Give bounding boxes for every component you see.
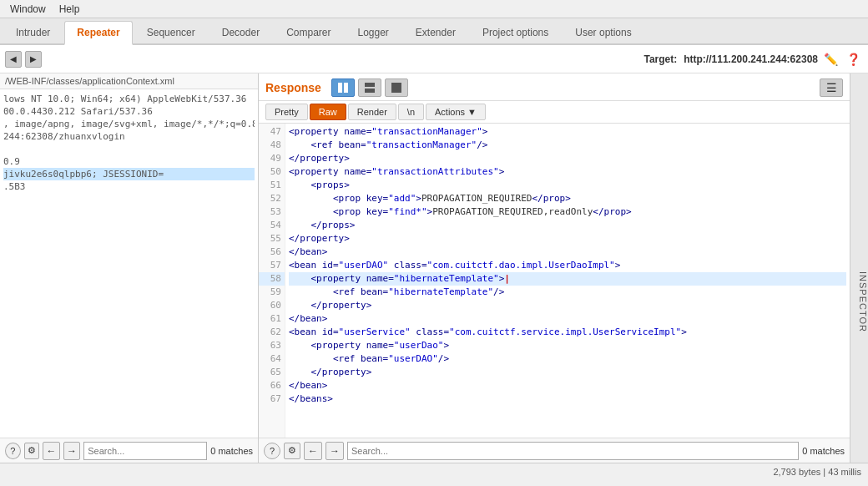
help-button[interactable]: ❓ [844,53,863,66]
left-panel: /WEB-INF/classes/applicationContext.xml … [0,73,259,463]
svg-rect-4 [391,83,401,93]
code-line: </property> [289,299,846,312]
status-bar: 2,793 bytes | 43 millis [0,463,868,479]
line-num: 60 [259,299,285,312]
code-line: <bean id="userDAO" class="com.cuitctf.da… [289,259,846,272]
tab-sequencer[interactable]: Sequencer [134,21,208,43]
inspector-toggle-button[interactable]: ☰ [820,78,843,97]
line-num: 57 [259,259,285,272]
split-view-button[interactable] [331,78,355,97]
line-num: 63 [259,339,285,352]
line-num: 67 [259,392,285,406]
line-num: 65 [259,366,285,379]
sub-tab-newline[interactable]: \n [398,104,424,120]
next-btn[interactable]: ▶ [25,51,42,68]
code-line: </bean> [289,246,846,259]
tab-repeater[interactable]: Repeater [64,21,132,45]
right-matches-count: 0 matches [802,446,845,456]
menu-help[interactable]: Help [53,2,87,17]
left-bottom-bar: ? ⚙ ← → 0 matches [0,438,258,463]
svg-rect-1 [344,83,348,93]
request-content: lows NT 10.0; Win64; x64) AppleWebKit/53… [0,89,258,438]
code-line: <props> [289,179,846,192]
code-line: </property> [289,366,846,379]
prev-result-button[interactable]: ← [304,442,322,460]
settings-gear-icon[interactable]: ⚙ [284,443,300,459]
response-title: Response [265,81,321,94]
sub-tabs: Pretty Raw Render \n Actions ▼ [259,101,850,124]
right-panel: Response ☰ Pretty Raw Render \n Actions … [259,73,850,463]
tab-comparer[interactable]: Comparer [274,21,343,43]
line-num: 55 [259,232,285,246]
request-line: lows NT 10.0; Win64; x64) AppleWebKit/53… [3,93,255,105]
edit-target-button[interactable]: ✏️ [821,53,840,66]
line-num: 58 [259,272,285,286]
search-input[interactable] [347,442,799,460]
target-url: http://111.200.241.244:62308 [684,53,818,65]
toolbar: ◀ ▶ Target: http://111.200.241.244:62308… [0,45,868,73]
tab-logger[interactable]: Logger [345,21,401,43]
code-line: <ref bean="transactionManager"/> [289,139,846,152]
svg-rect-0 [338,83,342,93]
filepath: /WEB-INF/classes/applicationContext.xml [0,73,258,89]
prev-match-button[interactable]: ← [43,442,59,460]
left-matches-count: 0 matches [210,446,253,456]
help-circle-icon[interactable]: ? [5,443,21,459]
actions-dropdown-button[interactable]: Actions ▼ [426,104,486,120]
single-view-button[interactable] [385,78,408,97]
code-area: 47 48 49 50 51 52 53 54 55 56 57 58 59 6… [259,124,850,438]
sub-tab-render[interactable]: Render [348,104,396,120]
code-lines: <property name="transactionManager"> <re… [285,124,850,438]
left-search-input[interactable] [83,442,207,460]
line-num: 47 [259,125,285,139]
request-line-highlight: jivku2e6s0qlpbp6; JSESSIONID= [3,168,255,180]
code-line: </bean> [289,379,846,392]
prev-btn[interactable]: ◀ [5,51,22,68]
line-num: 59 [259,286,285,299]
next-match-button[interactable]: → [63,442,80,460]
code-line: <ref bean="hibernateTemplate"/> [289,286,846,299]
code-line: </property> [289,232,846,246]
tab-extender[interactable]: Extender [403,21,468,43]
sub-tab-pretty[interactable]: Pretty [265,104,308,120]
code-line: <bean id="userService" class="com.cuitct… [289,326,846,339]
horizontal-view-button[interactable] [358,78,381,97]
line-num: 53 [259,205,285,219]
tab-decoder[interactable]: Decoder [209,21,272,43]
sub-tab-raw[interactable]: Raw [310,104,346,120]
request-line: 00.0.4430.212 Safari/537.36 [3,105,255,118]
request-line: 0.9 [3,155,255,168]
code-line: <property name="transactionAttributes"> [289,165,846,179]
code-line: <prop key="add">PROPAGATION_REQUIRED</pr… [289,192,846,205]
next-result-button[interactable]: → [326,442,344,460]
line-num: 61 [259,312,285,326]
code-line: </beans> [289,392,846,406]
svg-rect-3 [365,89,375,93]
bottom-bar: ? ⚙ ← → 0 matches [259,438,850,463]
request-line: 244:62308/zhuanxvlogin [3,130,255,143]
line-numbers: 47 48 49 50 51 52 53 54 55 56 57 58 59 6… [259,124,285,438]
code-line: <property name="transactionManager"> [289,125,846,139]
code-line: <prop key="find*">PROPAGATION_REQUIRED,r… [289,205,846,219]
line-num: 48 [259,139,285,152]
code-line: <ref bean="userDAO"/> [289,352,846,366]
target-label: Target: [643,53,677,65]
line-num: 66 [259,379,285,392]
line-num: 56 [259,246,285,259]
inspector-panel[interactable]: INSPECTOR [850,73,868,463]
request-line: .5B3 [3,180,255,193]
tab-intruder[interactable]: Intruder [3,21,63,43]
settings-icon[interactable]: ⚙ [24,443,40,459]
tab-project-options[interactable]: Project options [470,21,561,43]
line-num: 64 [259,352,285,366]
line-num: 52 [259,192,285,205]
status-text: 2,793 bytes | 43 millis [773,467,861,477]
code-line: </bean> [289,312,846,326]
tab-bar: Intruder Repeater Sequencer Decoder Comp… [0,18,868,45]
help-icon[interactable]: ? [264,443,280,459]
menu-window[interactable]: Window [3,2,53,17]
code-line: <property name="userDao"> [289,339,846,352]
line-num: 54 [259,219,285,232]
tab-user-options[interactable]: User options [563,21,643,43]
request-line [3,143,255,155]
